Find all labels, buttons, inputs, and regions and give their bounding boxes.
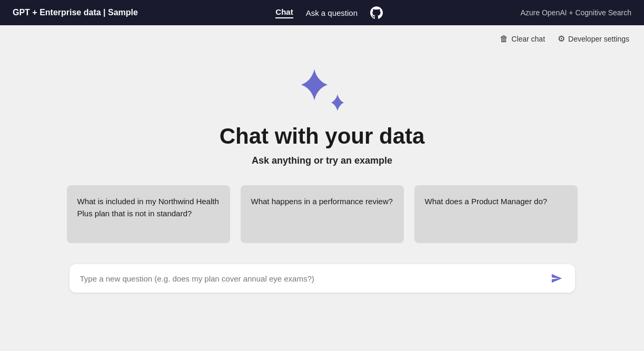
send-icon — [551, 273, 562, 284]
nav-ask-question[interactable]: Ask a question — [306, 8, 358, 17]
developer-settings-button[interactable]: ⚙ Developer settings — [558, 34, 629, 44]
example-card-3[interactable]: What does a Product Manager do? — [414, 185, 578, 243]
brand-title: GPT + Enterprise data | Sample — [13, 8, 138, 17]
navbar: GPT + Enterprise data | Sample Chat Ask … — [0, 0, 644, 25]
nav-chat[interactable]: Chat — [275, 7, 293, 18]
main-subtitle: Ask anything or try an example — [252, 155, 392, 166]
toolbar: 🗑 Clear chat ⚙ Developer settings — [0, 25, 644, 48]
clear-chat-label: Clear chat — [511, 35, 545, 43]
send-button[interactable] — [549, 270, 564, 286]
sparkle-icon-container — [299, 69, 346, 111]
sparkle-small-icon — [329, 94, 346, 111]
example-cards-container: What is included in my Northwind Health … — [54, 185, 590, 243]
main-title: Chat with your data — [220, 124, 425, 149]
example-card-1[interactable]: What is included in my Northwind Health … — [67, 185, 230, 243]
nav-center: Chat Ask a question — [275, 6, 383, 19]
chat-input-container — [70, 264, 575, 293]
chat-input[interactable] — [80, 274, 549, 283]
example-card-2[interactable]: What happens in a performance review? — [241, 185, 404, 243]
github-icon[interactable] — [370, 6, 383, 19]
main-content: Chat with your data Ask anything or try … — [0, 48, 644, 293]
sparkle-large-icon — [299, 69, 330, 101]
trash-icon: 🗑 — [500, 34, 508, 44]
azure-label: Azure OpenAI + Cognitive Search — [520, 8, 631, 17]
developer-settings-label: Developer settings — [568, 35, 629, 43]
gear-icon: ⚙ — [558, 34, 565, 44]
clear-chat-button[interactable]: 🗑 Clear chat — [500, 34, 545, 44]
